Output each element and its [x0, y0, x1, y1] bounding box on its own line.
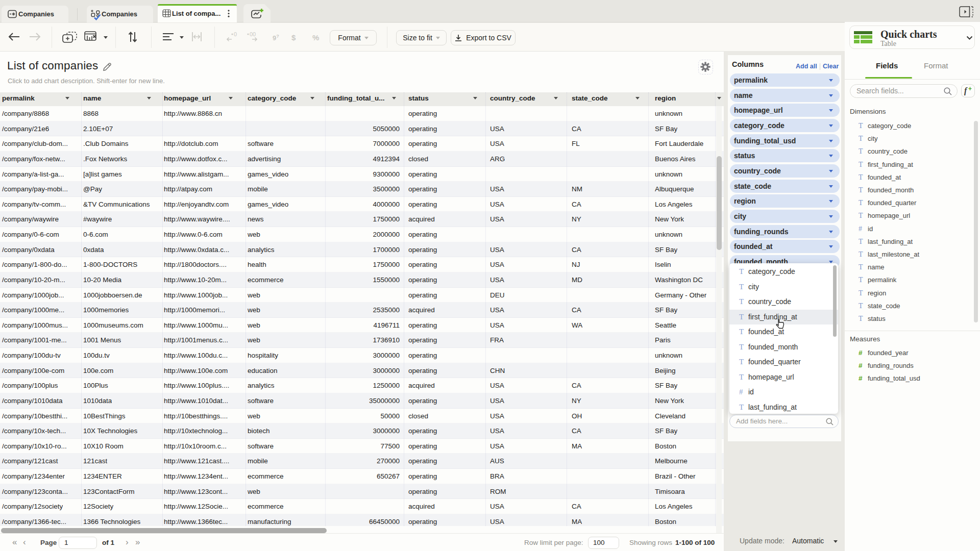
svg-text:00: 00: [250, 32, 256, 37]
svg-text:0: 0: [234, 32, 237, 37]
